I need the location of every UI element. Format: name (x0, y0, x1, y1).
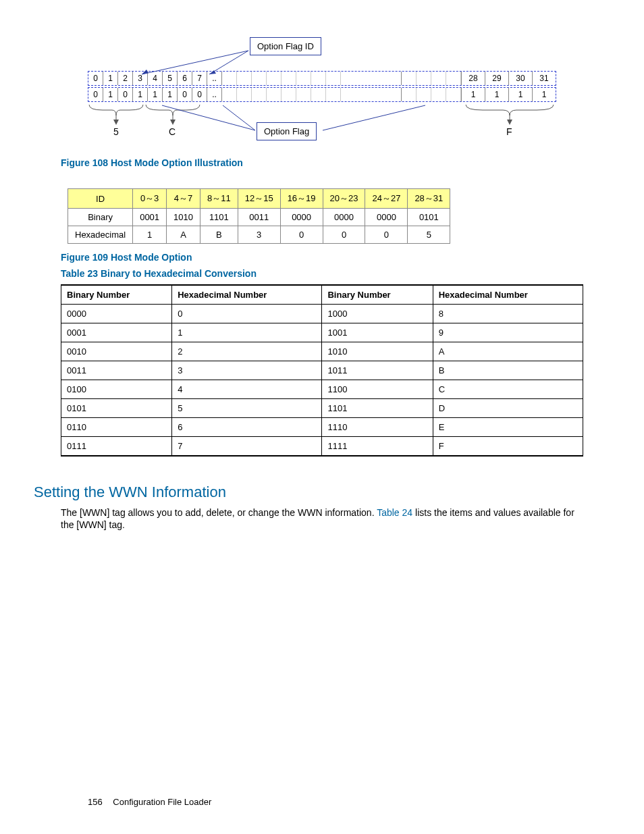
bit-bin-cell: 1 (148, 88, 163, 101)
tbl23-header: Binary Number (61, 285, 172, 305)
tbl109-header: 20～23 (323, 189, 365, 209)
tbl109-cell: 1010 (167, 209, 200, 226)
figure-109-caption: Figure 109 Host Mode Option (61, 252, 583, 263)
bit-bin-cell: 1 (509, 88, 533, 101)
svg-marker-5 (113, 120, 119, 125)
tbl23-cell: 0001 (61, 323, 172, 342)
tbl109-cell: 0000 (323, 209, 365, 226)
bit-id-cell: 0 (88, 72, 103, 85)
tbl23-cell: 1001 (322, 323, 433, 342)
tbl109-cell: B (200, 226, 238, 244)
tbl109-cell: 1101 (200, 209, 238, 226)
bit-id-cell: 30 (509, 72, 533, 85)
bit-bin-cell: 1 (103, 88, 118, 101)
hex-label-c: C (169, 126, 176, 137)
bit-id-cell: .. (207, 72, 222, 85)
figure-108-caption: Figure 108 Host Mode Option Illustration (61, 157, 583, 168)
tbl109-cell: 3 (238, 226, 280, 244)
bit-id-row: 0 1 2 3 4 5 6 7 .. 28 29 30 31 (88, 71, 556, 86)
tbl23-cell: 1 (172, 323, 322, 342)
bit-bin-cell: 1 (533, 88, 556, 101)
tbl23-header: Binary Number (322, 285, 433, 305)
hex-label-5: 5 (113, 126, 119, 137)
tbl109-cell: 0 (323, 226, 365, 244)
tbl23-cell: 0 (172, 305, 322, 323)
tbl109-header: 4～7 (167, 189, 200, 209)
figure-108-diagram: Option Flag ID 0 1 2 3 4 5 6 7 .. 28 (88, 37, 556, 149)
bit-bin-cell: 1 (461, 88, 485, 101)
tbl23-cell: 1011 (322, 361, 433, 380)
tbl23-cell: E (433, 418, 583, 437)
bit-bin-cell: 1 (163, 88, 178, 101)
tbl109-cell: 0 (280, 226, 323, 244)
bit-id-cell: 1 (103, 72, 118, 85)
bit-bin-cell: 0 (118, 88, 133, 101)
svg-marker-9 (507, 120, 512, 125)
tbl23-header: Hexadecimal Number (433, 285, 583, 305)
tbl109-header: 24～27 (365, 189, 408, 209)
tbl109-cell: 0000 (280, 209, 323, 226)
body-text: The [WWN] tag allows you to add, delete,… (61, 507, 377, 518)
tbl109-header: 8～11 (200, 189, 238, 209)
tbl23-cell: 6 (172, 418, 322, 437)
tbl23-cell: 3 (172, 361, 322, 380)
tbl109-cell: 0101 (408, 209, 450, 226)
tbl23-header: Hexadecimal Number (172, 285, 322, 305)
bit-bin-cell: 1 (133, 88, 148, 101)
tbl109-header: 12～15 (238, 189, 280, 209)
bit-bin-cell: 0 (88, 88, 103, 101)
tbl23-cell: 0100 (61, 380, 172, 399)
bit-bin-cell: 1 (485, 88, 509, 101)
section-heading: Setting the WWN Information (34, 484, 583, 501)
hex-label-f: F (506, 126, 512, 137)
section-body: The [WWN] tag allows you to add, delete,… (61, 506, 583, 531)
option-flag-box: Option Flag (257, 122, 317, 140)
tbl23-cell: 0111 (61, 437, 172, 457)
tbl23-cell: 2 (172, 342, 322, 361)
tbl23-cell: 5 (172, 399, 322, 418)
tbl23-cell: 1110 (322, 418, 433, 437)
tbl109-rowlabel: Hexadecimal (68, 226, 133, 244)
tbl23-cell: 1100 (322, 380, 433, 399)
tbl109-cell: 0011 (238, 209, 280, 226)
tbl23-cell: 1010 (322, 342, 433, 361)
bit-bin-cell: 0 (178, 88, 192, 101)
tbl23-cell: 0011 (61, 361, 172, 380)
bit-id-cell: 6 (178, 72, 192, 85)
tbl109-cell: 0001 (133, 209, 167, 226)
figure-109-table: ID 0～3 4～7 8～11 12～15 16～19 20～23 24～27 … (68, 188, 450, 244)
tbl23-cell: D (433, 399, 583, 418)
svg-line-0 (142, 51, 248, 74)
bit-id-cell: 5 (163, 72, 178, 85)
tbl23-cell: B (433, 361, 583, 380)
bit-id-cell: 2 (118, 72, 133, 85)
tbl23-cell: 0110 (61, 418, 172, 437)
bit-id-cell: 3 (133, 72, 148, 85)
tbl109-header: ID (68, 189, 133, 209)
tbl23-cell: C (433, 380, 583, 399)
bit-bin-cell: 0 (192, 88, 207, 101)
tbl109-header: 0～3 (133, 189, 167, 209)
tbl23-cell: 8 (433, 305, 583, 323)
footer-title: Configuration File Loader (113, 797, 211, 807)
tbl23-cell: 4 (172, 380, 322, 399)
bit-id-cell: 31 (533, 72, 556, 85)
table-24-link[interactable]: Table 24 (377, 507, 412, 518)
bit-id-cell: 7 (192, 72, 207, 85)
tbl23-cell: 1101 (322, 399, 433, 418)
table-23: Binary Number Hexadecimal Number Binary … (61, 284, 583, 457)
table-23-caption: Table 23 Binary to Hexadecimal Conversio… (61, 268, 583, 279)
svg-marker-7 (170, 120, 176, 125)
bit-binary-row: 0 1 0 1 1 1 0 0 .. 1 1 1 1 (88, 87, 556, 102)
tbl109-cell: 5 (408, 226, 450, 244)
bit-id-cell: 28 (461, 72, 485, 85)
tbl23-cell: A (433, 342, 583, 361)
tbl23-cell: 1000 (322, 305, 433, 323)
tbl23-cell: 0000 (61, 305, 172, 323)
bit-id-cell: 4 (148, 72, 163, 85)
option-flag-id-box: Option Flag ID (250, 37, 321, 55)
tbl109-cell: 0000 (365, 209, 408, 226)
tbl109-cell: A (167, 226, 200, 244)
tbl23-cell: 0010 (61, 342, 172, 361)
tbl23-cell: F (433, 437, 583, 457)
